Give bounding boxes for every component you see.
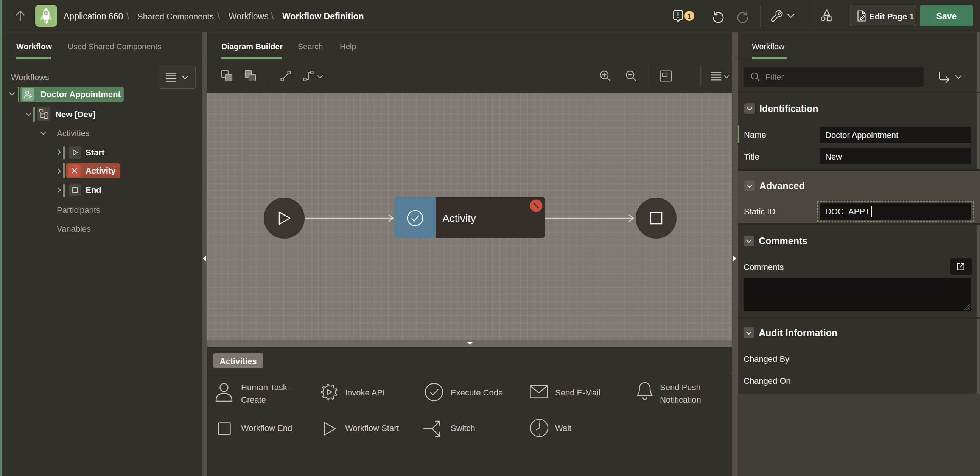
svg-text:Activity: Activity <box>442 213 476 224</box>
